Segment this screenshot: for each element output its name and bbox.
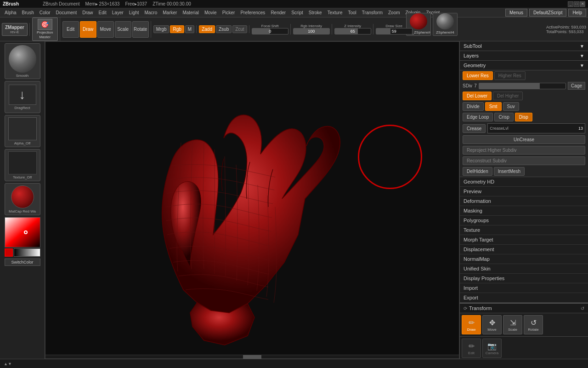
subtool-thumb-zsphere[interactable]: ZSphere#4 xyxy=(433,13,458,36)
polygroups-header[interactable]: Polygroups xyxy=(460,216,588,225)
smt-button[interactable]: Smt xyxy=(485,102,502,111)
z-intensity-slider[interactable]: 65 xyxy=(334,28,371,34)
transform-draw-button[interactable]: ✏ Draw xyxy=(462,315,481,334)
menu-tool[interactable]: Tool xyxy=(345,9,359,16)
focal-shift-slider[interactable]: 0 xyxy=(252,28,288,34)
material-thumbnail[interactable]: MatCap Red Wa xyxy=(5,183,40,215)
menu-document[interactable]: Document xyxy=(53,9,80,16)
menu-alpha[interactable]: Alpha xyxy=(2,9,19,16)
suv-button[interactable]: Suv xyxy=(503,102,519,111)
foreground-color[interactable] xyxy=(5,248,13,257)
transform-edit-button[interactable]: ✏ Edit xyxy=(462,339,481,358)
menu-picker[interactable]: Picker xyxy=(220,9,238,16)
transform-move-button[interactable]: ✥ Move xyxy=(482,315,502,334)
menu-transform[interactable]: Transform xyxy=(359,9,385,16)
texture-header[interactable]: Texture xyxy=(460,225,588,235)
del-hidden-button[interactable]: DelHidden xyxy=(463,167,492,176)
menu-zoom[interactable]: Zoom xyxy=(385,9,403,16)
export-header[interactable]: Export xyxy=(460,293,588,303)
alpha-thumbnail[interactable]: Alpha_Off xyxy=(5,115,40,147)
menu-preferences[interactable]: Preferences xyxy=(237,9,268,16)
transform-rotate-button[interactable]: ↺ Rotate xyxy=(524,315,543,334)
crisp-button[interactable]: Crisp xyxy=(494,113,513,121)
masking-header[interactable]: Masking xyxy=(460,206,588,216)
layers-section-header[interactable]: Layers ▼ xyxy=(460,51,588,61)
zadd-button[interactable]: Zadd xyxy=(199,25,215,33)
help-button[interactable]: Help xyxy=(568,9,586,17)
scale-button[interactable]: Scale xyxy=(115,21,131,38)
reproject-button[interactable]: Reproject Higher Subdiv xyxy=(463,146,585,155)
edit-button[interactable]: Edit xyxy=(62,21,79,38)
transform-section-icon: ⟳ xyxy=(464,306,467,311)
subtool-section-header[interactable]: SubTool ▼ xyxy=(460,41,588,51)
lower-res-button[interactable]: Lower Res xyxy=(463,71,493,80)
window-btn-2[interactable]: □ xyxy=(574,1,579,7)
projection-master-button[interactable]: 🎯 Projection Master xyxy=(32,17,58,40)
reconstruct-button[interactable]: Reconstruct Subdiv xyxy=(463,156,585,165)
crease-level-container[interactable]: CreaseLvl 13 xyxy=(487,123,585,133)
menu-render[interactable]: Render xyxy=(268,9,288,16)
transform-section-header[interactable]: ⟳ Transform ↺ xyxy=(460,304,588,313)
transform-camera-button[interactable]: 📷 Camera xyxy=(482,339,502,358)
color-gradient-picker[interactable] xyxy=(5,217,40,247)
texture-thumbnail[interactable]: Texture_Off xyxy=(5,149,40,181)
canvas-scrollbar[interactable] xyxy=(45,355,459,358)
divide-button[interactable]: Divide xyxy=(463,102,484,111)
higher-res-button[interactable]: Higher Res xyxy=(494,71,526,80)
normalmap-header[interactable]: NormalMap xyxy=(460,254,588,264)
del-lower-button[interactable]: Del Lower xyxy=(463,92,492,100)
edge-loop-button[interactable]: Edge Loop xyxy=(463,113,493,121)
disp-button[interactable]: Disp xyxy=(515,113,532,121)
zcut-button[interactable]: Zcut xyxy=(232,25,247,33)
menu-movie[interactable]: Movie xyxy=(202,9,220,16)
viewport[interactable] xyxy=(45,41,459,359)
drag-rect-thumbnail[interactable]: ↓ DragRect xyxy=(5,81,40,113)
sdiv-slider[interactable] xyxy=(479,83,566,89)
menu-brush[interactable]: Brush xyxy=(19,9,37,16)
menu-stroke[interactable]: Stroke xyxy=(306,9,325,16)
menu-edit[interactable]: Edit xyxy=(96,9,109,16)
window-btn-1[interactable]: _ xyxy=(568,1,573,7)
m-button[interactable]: M xyxy=(185,25,194,33)
menu-color[interactable]: Color xyxy=(37,9,53,16)
geometry-hd-header[interactable]: Geometry HD xyxy=(460,177,588,187)
menu-marker[interactable]: Marker xyxy=(160,9,180,16)
import-header[interactable]: Import xyxy=(460,283,588,293)
zmapper-button[interactable]: ZMapper rev-E xyxy=(2,23,28,36)
menu-material[interactable]: Material xyxy=(180,9,202,16)
menu-macro[interactable]: Macro xyxy=(141,9,160,16)
display-properties-header[interactable]: Display Properties xyxy=(460,274,588,283)
geometry-header[interactable]: Geometry ▼ xyxy=(460,61,588,70)
transform-scale-button[interactable]: ⇲ Scale xyxy=(503,315,522,334)
rgb-intensity-slider[interactable]: 100 xyxy=(293,28,330,34)
uncrease-button[interactable]: UnCrease xyxy=(463,135,585,144)
draw-size-slider[interactable]: 59 xyxy=(376,28,413,34)
insert-mesh-button[interactable]: InsertMesh xyxy=(494,167,525,176)
zsub-button[interactable]: Zsub xyxy=(216,25,232,33)
deformation-header[interactable]: Deformation xyxy=(460,196,588,206)
menus-button[interactable]: Menus xyxy=(505,9,527,17)
rotate-button[interactable]: Rotate xyxy=(132,21,149,38)
total-points-label: TotalPoints: xyxy=(546,29,568,34)
window-btn-3[interactable]: ✕ xyxy=(580,1,585,7)
default-zscript-button[interactable]: DefaultZScript xyxy=(529,9,566,17)
crease-button[interactable]: Crease xyxy=(463,124,486,133)
unified-skin-header[interactable]: Unified Skin xyxy=(460,264,588,274)
mrgb-button[interactable]: Mrgb xyxy=(153,25,170,33)
switch-color-button[interactable]: SwitchColor xyxy=(5,259,40,266)
menu-script[interactable]: Script xyxy=(288,9,306,16)
menu-draw[interactable]: Draw xyxy=(79,9,96,16)
menu-texture[interactable]: Texture xyxy=(325,9,345,16)
del-higher-button[interactable]: Del Higher xyxy=(493,92,523,100)
brush-thumbnail[interactable]: Smooth xyxy=(5,43,40,79)
draw-button[interactable]: Draw xyxy=(80,21,96,38)
color-spectrum-bar[interactable] xyxy=(14,248,40,257)
menu-light[interactable]: Light xyxy=(126,9,142,16)
displacement-header[interactable]: Displacement xyxy=(460,245,588,254)
preview-header[interactable]: Preview xyxy=(460,187,588,196)
move-button[interactable]: Move xyxy=(97,21,114,38)
morph-target-header[interactable]: Morph Target xyxy=(460,235,588,245)
rgb-button[interactable]: Rgb xyxy=(170,25,184,33)
menu-layer[interactable]: Layer xyxy=(109,9,126,16)
cage-button[interactable]: Cage xyxy=(568,82,585,90)
